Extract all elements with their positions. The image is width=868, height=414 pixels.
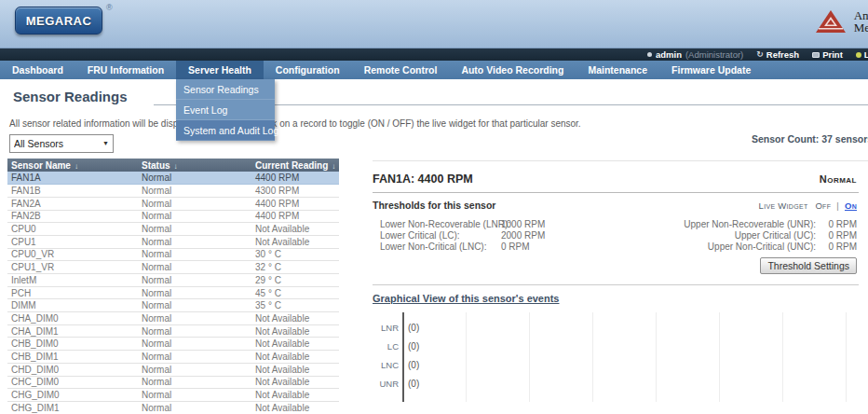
sensor-filter-select[interactable]: All Sensors	[9, 134, 114, 153]
table-cell: DIMM	[7, 299, 138, 312]
threshold-value: 0 RPM	[816, 242, 857, 253]
table-row[interactable]: CHB_DIM0NormalNot Available	[7, 338, 339, 351]
table-cell: FAN1B	[7, 185, 138, 198]
user-icon	[647, 52, 652, 57]
sensor-table-header: Sensor Name↓Status↓Current Reading↓	[7, 159, 339, 172]
chart-gridline	[529, 312, 530, 402]
nav-item-maintenance[interactable]: Maintenance	[576, 61, 659, 79]
nav-item-auto-video-recording[interactable]: Auto Video Recording	[449, 61, 576, 79]
nav-item-configuration[interactable]: Configuration	[264, 61, 352, 79]
table-cell: Normal	[138, 185, 251, 198]
table-cell: Normal	[138, 389, 251, 402]
live-widget-on-link[interactable]: On	[845, 200, 857, 211]
table-row[interactable]: CHG_DIM0NormalNot Available	[7, 389, 339, 402]
table-cell: FAN2A	[7, 197, 138, 210]
table-cell: CHA_DIM1	[7, 324, 138, 338]
sort-icon: ↓	[332, 162, 335, 171]
table-cell: Normal	[138, 223, 251, 236]
table-row[interactable]: CHG_DIM1NormalNot Available	[7, 401, 339, 414]
chart-gridline	[719, 312, 720, 402]
table-cell: CHG_DIM1	[7, 401, 138, 414]
table-cell: Not Available	[251, 324, 339, 338]
table-row[interactable]: CPU0_VRNormal30 ° C	[7, 248, 339, 261]
table-cell: CHB_DIM1	[7, 351, 138, 364]
chart-event-count: (0)	[408, 322, 419, 335]
table-row[interactable]: CPU1NormalNot Available	[7, 235, 339, 248]
table-cell: Not Available	[251, 235, 339, 248]
graph-heading-link[interactable]: Graphical View of this sensor's events	[373, 293, 560, 304]
table-row[interactable]: PCHNormal45 ° C	[7, 286, 339, 299]
threshold-label: Upper Non-Recoverable (UNR):	[667, 219, 816, 230]
table-row[interactable]: CPU1_VRNormal32 ° C	[7, 261, 339, 274]
table-row[interactable]: CHC_DIM0NormalNot Available	[7, 376, 339, 389]
live-widget-label: Live Widget	[759, 200, 808, 211]
table-cell: CHB_DIM0	[7, 338, 138, 351]
refresh-button[interactable]: ↻ Refresh	[756, 49, 799, 60]
table-row[interactable]: CHB_DIM1NormalNot Available	[7, 351, 339, 364]
table-cell: 29 ° C	[251, 274, 339, 287]
nav-item-server-health[interactable]: Server HealthSensor ReadingsEvent LogSys…	[176, 61, 264, 79]
top-banner: MEGARAC ® American Megatrends	[0, 0, 868, 48]
table-row[interactable]: InletMNormal29 ° C	[7, 274, 339, 287]
nav-item-label: Auto Video Recording	[461, 64, 563, 76]
table-row[interactable]: CHD_DIM0NormalNot Available	[7, 363, 339, 376]
table-row[interactable]: FAN1ANormal4400 RPM	[7, 172, 339, 185]
table-cell: Normal	[138, 286, 251, 299]
nav-item-dashboard[interactable]: Dashboard	[0, 61, 75, 79]
table-cell: Not Available	[251, 312, 339, 325]
print-button[interactable]: Print	[812, 49, 843, 60]
megarac-window: MEGARAC ® American Megatrends admin (Adm…	[0, 0, 868, 414]
nav-item-label: Configuration	[276, 64, 340, 76]
megarac-logo: MEGARAC	[15, 7, 102, 34]
table-cell: CHA_DIM0	[7, 312, 138, 325]
table-cell: Normal	[138, 274, 251, 287]
nav-item-label: Remote Control	[364, 64, 438, 76]
page-description: All sensor related information will be d…	[9, 118, 581, 129]
table-row[interactable]: CHA_DIM0NormalNot Available	[7, 312, 339, 325]
sensor-table: Sensor Name↓Status↓Current Reading↓ FAN1…	[7, 159, 339, 414]
chart-gridline	[592, 312, 593, 402]
nav-item-firmware-update[interactable]: Firmware Update	[659, 61, 763, 79]
dropdown-item-system-and-audit-log[interactable]: System and Audit Log	[176, 120, 275, 141]
threshold-settings-button[interactable]: Threshold Settings	[760, 257, 857, 274]
sensor-status-badge: Normal	[820, 173, 857, 185]
table-row[interactable]: CPU0NormalNot Available	[7, 223, 339, 236]
live-widget-toggle: Live Widget Off | On	[759, 200, 857, 211]
table-cell: 45 ° C	[251, 286, 339, 299]
table-row[interactable]: DIMMNormal35 ° C	[7, 299, 339, 312]
threshold-row: Lower Non-Critical (LNC):0 RPM	[380, 242, 545, 253]
table-cell: 4400 RPM	[251, 210, 339, 223]
logout-icon	[856, 52, 861, 58]
refresh-label: Refresh	[766, 49, 799, 60]
table-cell: 4300 RPM	[251, 185, 339, 198]
table-cell: Not Available	[251, 376, 339, 389]
table-row[interactable]: FAN1BNormal4300 RPM	[7, 185, 339, 198]
dropdown-item-sensor-readings[interactable]: Sensor Readings	[176, 79, 275, 100]
column-header-sensor-name[interactable]: Sensor Name↓	[7, 159, 138, 172]
dropdown-item-event-log[interactable]: Event Log	[176, 100, 275, 120]
table-cell: Normal	[138, 235, 251, 248]
table-row[interactable]: FAN2ANormal4400 RPM	[7, 197, 339, 210]
live-widget-off[interactable]: Off	[815, 200, 831, 211]
upper-thresholds-list: Upper Non-Recoverable (UNR):0 RPMUpper C…	[667, 219, 857, 253]
sensor-detail-panel: FAN1A: 4400 RPM Normal Thresholds for th…	[373, 160, 868, 414]
nav-item-remote-control[interactable]: Remote Control	[352, 61, 450, 79]
table-row[interactable]: FAN2BNormal4400 RPM	[7, 210, 339, 223]
nav-item-fru-information[interactable]: FRU Information	[75, 61, 176, 79]
live-widget-separator: |	[836, 200, 839, 211]
column-header-status[interactable]: Status↓	[138, 159, 251, 172]
threshold-value: 0 RPM	[816, 230, 857, 242]
logout-label: Logout	[864, 49, 868, 60]
logout-button[interactable]: Logout	[856, 49, 868, 60]
ami-triangle-icon	[815, 9, 847, 34]
chart-gridline	[846, 312, 847, 402]
table-cell: Normal	[138, 299, 251, 312]
column-header-current-reading[interactable]: Current Reading↓	[251, 159, 339, 172]
chart-event-count: (0)	[408, 359, 419, 372]
american-megatrends-logo: American Megatrends	[815, 9, 868, 34]
sort-icon: ↓	[75, 162, 78, 171]
table-row[interactable]: CHA_DIM1NormalNot Available	[7, 324, 339, 338]
megarac-logo-text: MEGARAC	[26, 14, 92, 28]
sensor-count: Sensor Count: 37 sensors	[752, 133, 868, 145]
content-area: Sensor Readings All sensor related infor…	[0, 79, 868, 414]
